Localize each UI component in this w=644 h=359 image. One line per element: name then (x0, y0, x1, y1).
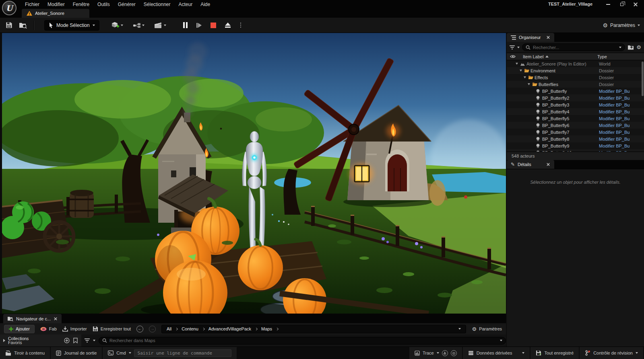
play-options-button[interactable] (238, 20, 243, 31)
folder-add-icon[interactable] (627, 45, 634, 50)
scrollbar[interactable] (642, 62, 644, 96)
add-actor-dropdown[interactable] (110, 20, 125, 31)
menu-aide[interactable]: Aide (196, 0, 214, 8)
chevron-down-icon[interactable] (520, 70, 524, 72)
insights-icon[interactable] (442, 350, 448, 356)
table-row[interactable]: BP_Butterfly Modifier BP_Bu (507, 88, 644, 94)
maps-search[interactable] (99, 337, 506, 345)
save-button[interactable] (4, 20, 14, 31)
edit-blueprint-link[interactable]: Modifier BP_Bu (599, 96, 642, 101)
chevron-down-icon[interactable] (93, 340, 95, 341)
chevron-down-icon[interactable] (528, 83, 532, 85)
command-input[interactable] (134, 349, 231, 357)
menu-fichier[interactable]: Fichier (21, 0, 43, 8)
chevron-down-icon[interactable] (524, 76, 528, 78)
filter-icon[interactable] (510, 45, 515, 49)
menu-modifier[interactable]: Modifier (43, 0, 69, 8)
filter-icon[interactable] (85, 338, 90, 343)
menu-outils[interactable]: Outils (93, 0, 114, 8)
edit-blueprint-link[interactable]: Modifier BP_Bu (599, 130, 642, 135)
breadcrumb-all[interactable]: All (167, 326, 171, 331)
table-row[interactable]: BP_Butterfly4 Modifier BP_Bu (507, 108, 644, 115)
close-icon[interactable] (547, 36, 550, 39)
pause-button[interactable] (182, 20, 189, 31)
stop-button[interactable] (209, 20, 218, 31)
back-button[interactable]: ← (136, 326, 143, 332)
chevron-down-icon[interactable] (129, 352, 131, 354)
edit-blueprint-link[interactable]: Modifier BP_Bu (599, 103, 642, 107)
breadcrumb-advancedvillagepack[interactable]: AdvancedVillagePack (208, 326, 251, 331)
close-icon[interactable] (547, 163, 550, 166)
edit-blueprint-link[interactable]: Modifier BP_Bu (599, 89, 642, 94)
tab-details[interactable]: ✎ Détails (507, 160, 554, 169)
fab-button[interactable]: Fab (40, 326, 57, 331)
mode-select-dropdown[interactable]: Mode Sélection (44, 20, 99, 31)
menu-acteur[interactable]: Acteur (175, 0, 197, 8)
chevron-down-icon[interactable] (516, 63, 520, 65)
import-button[interactable]: Importer (62, 326, 87, 332)
collections-panel[interactable]: Collections Favoris (0, 334, 81, 347)
maximize-button[interactable] (615, 0, 629, 9)
close-icon[interactable] (54, 317, 57, 320)
content-settings-dropdown[interactable]: ⚙ Paramètres (472, 326, 502, 332)
unreal-logo-icon[interactable]: U (2, 1, 17, 15)
collections-icon[interactable] (73, 338, 78, 343)
table-row[interactable]: Atelier_Sonore (Play In Editor) World (507, 60, 644, 67)
chevron-down-icon[interactable] (458, 328, 461, 330)
outliner-column-header[interactable]: Item Label Type (507, 53, 644, 60)
content-drawer-button[interactable]: Tiroir à contenu (0, 347, 50, 359)
content-browser-button[interactable] (17, 20, 29, 31)
search-input[interactable] (533, 45, 617, 50)
breadcrumb-contenu[interactable]: Contenu (182, 326, 198, 331)
close-button[interactable] (629, 0, 642, 9)
favorites-label[interactable]: Favoris (8, 341, 29, 345)
edit-blueprint-link[interactable]: Modifier BP_Bu (599, 123, 642, 128)
menu-generer[interactable]: Générer (114, 0, 140, 8)
snapshot-icon[interactable] (451, 350, 457, 356)
output-log-button[interactable]: Journal de sortie (51, 347, 102, 359)
table-row[interactable]: BP_Butterfly9 Modifier BP_Bu (507, 142, 644, 149)
column-type[interactable]: Type (597, 54, 641, 59)
edit-blueprint-link[interactable]: Modifier BP_Bu (599, 144, 642, 148)
table-row[interactable]: Effects Dossier (507, 74, 644, 81)
frame-step-button[interactable] (195, 20, 203, 31)
table-row[interactable]: BP_Butterfly7 Modifier BP_Bu (507, 129, 644, 135)
edit-blueprint-link[interactable]: Modifier BP_Bu (599, 116, 642, 121)
menu-fenetre[interactable]: Fenêtre (69, 0, 93, 8)
table-row[interactable]: BP_Butterfly10 Modifier BP_Bu (507, 149, 644, 152)
derived-data-dropdown[interactable]: Données dérivées (463, 347, 530, 359)
viewport-3d[interactable] (2, 33, 506, 314)
forward-button[interactable]: → (149, 326, 156, 332)
eject-button[interactable] (223, 20, 232, 31)
all-saved-button[interactable]: Tout enregistré (530, 347, 579, 359)
table-row[interactable]: Butterflies Dossier (507, 81, 644, 88)
minimize-button[interactable] (601, 0, 615, 9)
blueprints-dropdown[interactable] (131, 20, 146, 31)
table-row[interactable]: BP_Butterfly6 Modifier BP_Bu (507, 122, 644, 129)
table-row[interactable]: BP_Butterfly8 Modifier BP_Bu (507, 135, 644, 142)
chevron-right-icon[interactable] (3, 339, 5, 342)
search-input[interactable] (109, 338, 497, 343)
menu-selectionner[interactable]: Sélectionner (140, 0, 175, 8)
breadcrumb-maps[interactable]: Maps (261, 326, 272, 331)
revision-control-dropdown[interactable]: Contrôle de révision (580, 347, 643, 359)
table-row[interactable]: Environment Dossier (507, 67, 644, 74)
table-row[interactable]: BP_Butterfly2 Modifier BP_Bu (507, 94, 644, 101)
edit-blueprint-link[interactable]: Modifier BP_Bu (599, 137, 642, 142)
table-row[interactable]: BP_Butterfly5 Modifier BP_Bu (507, 115, 644, 122)
chevron-down-icon[interactable] (517, 47, 520, 48)
tab-atelier-sonore[interactable]: Atelier_Sonore (22, 9, 89, 18)
column-item-label[interactable]: Item Label (523, 54, 543, 59)
outliner-settings-icon[interactable]: ⚙ (636, 45, 641, 50)
tab-content-navigator[interactable]: Navigateur de c... (3, 314, 62, 323)
cinematics-dropdown[interactable] (153, 20, 168, 31)
viewport-settings-dropdown[interactable]: ⚙ Paramètres (603, 23, 640, 28)
add-button[interactable]: Ajouter (4, 325, 35, 333)
edit-blueprint-link[interactable]: Modifier BP_Bu (599, 150, 642, 152)
tab-organiseur[interactable]: Organiseur (507, 33, 554, 42)
save-all-button[interactable]: Enregistrer tout (93, 326, 131, 332)
breadcrumb[interactable]: All Contenu AdvancedVillagePack Maps (161, 325, 466, 333)
outliner-search[interactable] (522, 43, 625, 51)
table-row[interactable]: BP_Butterfly3 Modifier BP_Bu (507, 101, 644, 108)
add-collection-icon[interactable] (64, 338, 70, 343)
